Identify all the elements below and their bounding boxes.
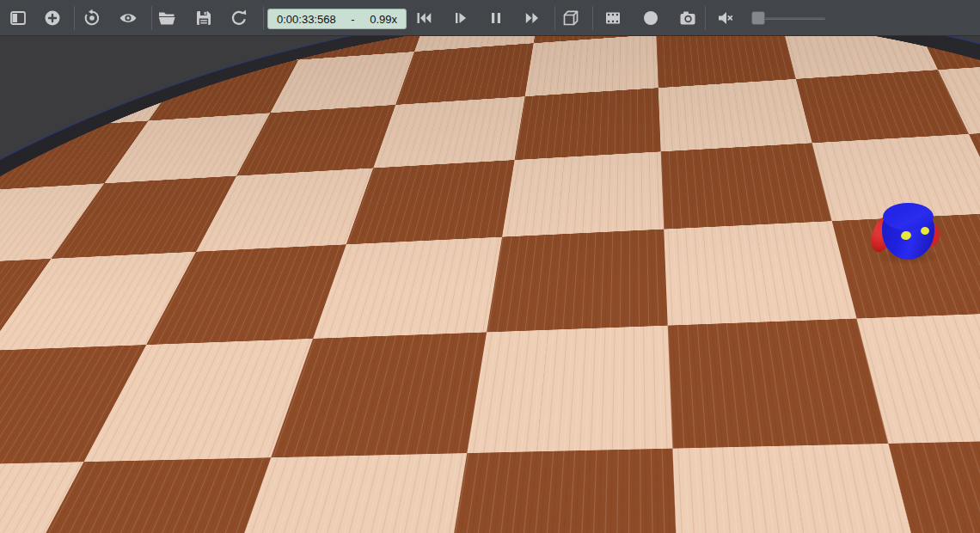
simulation-time: 0:00:33:568 [277, 13, 336, 26]
orbit-eye-icon [82, 8, 102, 28]
viewpoint-button[interactable] [117, 7, 139, 29]
time-speed-separator: - [351, 13, 354, 26]
eye-icon [118, 8, 138, 28]
record-movie-button[interactable] [602, 7, 624, 29]
toolbar-separator [705, 6, 706, 30]
toggle-scene-tree-button[interactable] [7, 7, 29, 29]
simulation-viewport[interactable] [0, 36, 980, 533]
run-fast-button[interactable] [521, 7, 543, 29]
plus-circle-icon [42, 8, 63, 28]
volume-slider[interactable] [750, 10, 829, 26]
circle-icon [640, 8, 661, 28]
floppy-icon [193, 8, 214, 28]
panel-icon [8, 8, 28, 28]
add-node-button[interactable] [41, 7, 64, 29]
toolbar-separator [151, 6, 152, 30]
simulation-time-display: 0:00:33:568 - 0.99x [267, 9, 407, 29]
volume-slider-handle[interactable] [751, 11, 765, 25]
mute-sound-button[interactable] [714, 7, 737, 29]
folder-icon [156, 8, 177, 28]
robot[interactable] [872, 203, 942, 266]
film-icon [603, 8, 623, 28]
fast-forward-icon [522, 8, 542, 28]
screenshot-button[interactable] [677, 7, 699, 29]
camera-projection [0, 36, 980, 533]
pause-icon [486, 8, 506, 28]
restore-viewpoint-button[interactable] [81, 7, 103, 29]
skip-back-icon [413, 8, 434, 28]
save-world-button[interactable] [193, 7, 215, 29]
speaker-muted-icon [715, 8, 736, 28]
reset-simulation-button[interactable] [413, 7, 435, 29]
toolbar: 0:00:33:568 - 0.99x [0, 0, 980, 36]
webots-window: 0:00:33:568 - 0.99x [0, 0, 980, 533]
pause-button[interactable] [485, 7, 507, 29]
camera-icon [677, 8, 698, 28]
step-forward-icon [450, 8, 471, 28]
toolbar-separator [554, 6, 555, 30]
rendering-toggle-button[interactable] [560, 7, 582, 29]
record-indicator-button[interactable] [640, 7, 662, 29]
step-button[interactable] [450, 7, 472, 29]
reload-icon [229, 8, 249, 28]
open-world-button[interactable] [156, 7, 178, 29]
reload-world-button[interactable] [228, 7, 250, 29]
simulation-speed: 0.99x [370, 13, 397, 26]
cube-icon [560, 8, 581, 28]
toolbar-separator [263, 6, 264, 30]
toolbar-separator [592, 6, 593, 30]
arena-floor[interactable] [0, 36, 980, 533]
toolbar-separator [74, 6, 75, 30]
